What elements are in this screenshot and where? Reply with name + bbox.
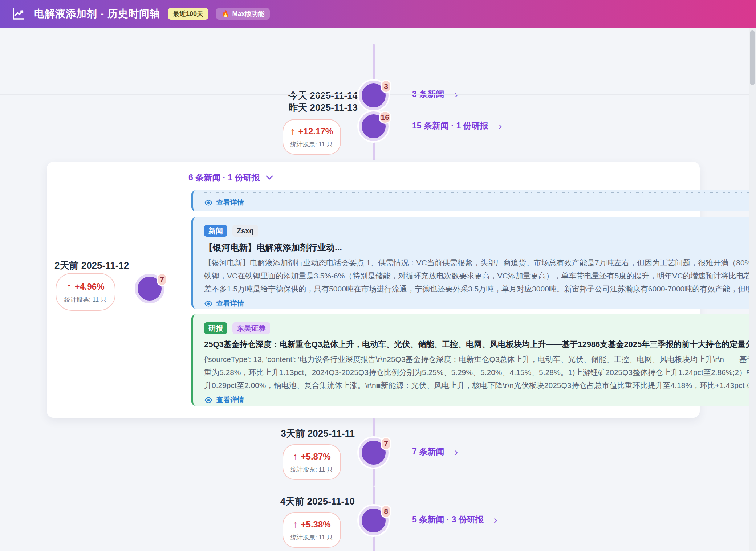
report-type-badge: 研报 [204,322,227,334]
stocks-count: 统计股票: 11 只 [61,295,110,304]
view-details-label: 查看详情 [216,395,244,405]
scrollbar-thumb[interactable] [750,30,755,85]
stocks-count: 统计股票: 11 只 [290,533,333,542]
news-body-line: 铁锂，VC在铁锂里面的添加量是3.5%-6%（特别是储能，对循环充放电次数要求更… [204,269,756,282]
timeline-chart-icon [11,6,26,21]
view-details-link[interactable]: 查看详情 [204,395,756,405]
report-source-badge: 东吴证券 [232,322,270,334]
row-date: 昨天 2025-11-13 [288,101,358,114]
day-news-link-label: 7 条新闻 [412,446,444,457]
count-badge: 3 [381,80,391,93]
timeline-node[interactable]: 7 [138,277,162,301]
row-date: 3天前 2025-11-11 [281,427,355,440]
news-body-line: 差不多1.5万吨是给宁德保供的，只有5000吨在市场进行流通，宁德也还要外采3.… [204,282,756,295]
change-percent: +12.17% [298,126,333,136]
day-summary-toggle[interactable]: 6 条新闻 · 1 份研报 [188,172,273,183]
report-body-line: {'sourceType': 13, 'content': '电力设备行业深度报… [204,353,756,366]
view-details-label: 查看详情 [216,198,244,207]
timeline-node[interactable]: 7 [362,441,386,465]
report-card[interactable]: 研报 东吴证券 25Q3基金持仓深度：电新重仓Q3总体上升，电动车、光伏、储能、… [191,314,756,406]
timeline-node[interactable]: 8 [362,509,386,532]
news-card-partial[interactable]: 查看详情 [191,190,756,211]
page-title: 电解液添加剂 - 历史时间轴 [34,7,160,21]
up-arrow-icon: ↑ [293,519,298,530]
up-arrow-icon: ↑ [293,451,298,462]
change-stat-pill: ↑ +12.17% 统计股票: 11 只 [283,119,341,155]
count-badge: 16 [379,111,391,124]
row-date: 4天前 2025-11-10 [280,495,355,508]
news-title: 【银河电新】电解液添加剂行业动... [204,242,756,253]
news-type-badge: 新闻 [204,225,227,237]
up-arrow-icon: ↑ [66,281,71,292]
flame-icon: 🔥 [221,11,229,17]
eye-icon [204,200,213,206]
clipped-text-strip [204,192,756,193]
day-detail-card: 2天前 2025-11-12 ↑ +4.96% 统计股票: 11 只 7 6 条… [47,162,700,418]
day-news-link-label: 15 条新闻 · 1 份研报 [412,120,488,131]
eye-icon [204,397,213,403]
change-percent: +4.96% [74,282,104,292]
report-title: 25Q3基金持仓深度：电新重仓Q3总体上升，电动车、光伏、储能、工控、电网、风电… [204,339,756,350]
news-card[interactable]: 新闻 Zsxq 【银河电新】电解液添加剂行业动... 【银河电新】电解液添加剂行… [191,217,756,309]
up-arrow-icon: ↑ [290,126,295,137]
chevron-right-icon: › [499,122,502,130]
change-percent: +5.87% [301,452,331,462]
count-badge: 7 [157,273,167,286]
count-badge: 8 [381,505,391,518]
timeline-node[interactable]: 3 [362,83,386,107]
view-details-link[interactable]: 查看详情 [204,198,756,207]
day-news-link-label: 5 条新闻 · 3 份研报 [412,514,484,525]
view-details-label: 查看详情 [216,299,244,308]
report-body-line: 重为5.28%，环比上升1.13pct。2024Q3-2025Q3持仓比例分别为… [204,366,756,379]
stocks-count: 统计股票: 11 只 [290,465,333,474]
stocks-count: 统计股票: 11 只 [290,140,333,149]
chevron-right-icon: › [494,516,497,523]
chevron-down-icon [266,175,273,180]
chevron-right-icon: › [454,448,458,456]
range-badge: 最近100天 [168,8,208,20]
scrollbar-track[interactable] [749,28,756,551]
news-body-line: 【银河电新】电解液添加剂行业动态电话会要点 1、供需情况：VC当前供需很紧，头部… [204,256,756,269]
report-body-line: 升0.29pct至2.00%，钠电池、复合集流体上涨。\r\n■新能源：光伏、风… [204,379,756,392]
change-stat-pill: ↑ +5.38% 统计股票: 11 只 [283,512,341,548]
day-cards-list: 查看详情 新闻 Zsxq 【银河电新】电解液添加剂行业动... 【银河电新】电解… [191,190,756,406]
timeline-row-today: 今天 2025-11-14 3 3 条新闻 › [0,28,756,94]
row-date: 2天前 2025-11-12 [54,259,129,272]
timeline: 今天 2025-11-14 3 3 条新闻 › 昨天 2025-11-13 ↑ … [0,28,756,551]
timeline-row-3d: 3天前 2025-11-11 ↑ +5.87% 统计股票: 11 只 7 7 条… [0,418,756,486]
app-header: 电解液添加剂 - 历史时间轴 最近100天 🔥 Max版功能 [0,0,756,28]
timeline-row-4d: 4天前 2025-11-10 ↑ +5.38% 统计股票: 11 只 8 5 条… [0,486,756,551]
day-summary-label: 6 条新闻 · 1 份研报 [188,172,260,183]
timeline-node[interactable]: 16 [362,114,386,138]
pro-badge: 🔥 Max版功能 [216,8,270,20]
timeline-row-expanded: 2天前 2025-11-12 ↑ +4.96% 统计股票: 11 只 7 6 条… [0,162,756,418]
day-news-link[interactable]: 5 条新闻 · 3 份研报 › [412,514,756,525]
change-stat-pill: ↑ +4.96% 统计股票: 11 只 [56,273,115,311]
change-percent: +5.38% [301,519,331,530]
eye-icon [204,301,213,307]
day-news-link[interactable]: 7 条新闻 › [412,446,756,457]
news-source-badge: Zsxq [232,225,258,237]
change-stat-pill: ↑ +5.87% 统计股票: 11 只 [283,444,341,480]
count-badge: 7 [381,437,391,450]
day-news-link[interactable]: 15 条新闻 · 1 份研报 › [412,120,756,131]
pro-badge-label: Max版功能 [232,11,264,17]
view-details-link[interactable]: 查看详情 [204,299,756,308]
